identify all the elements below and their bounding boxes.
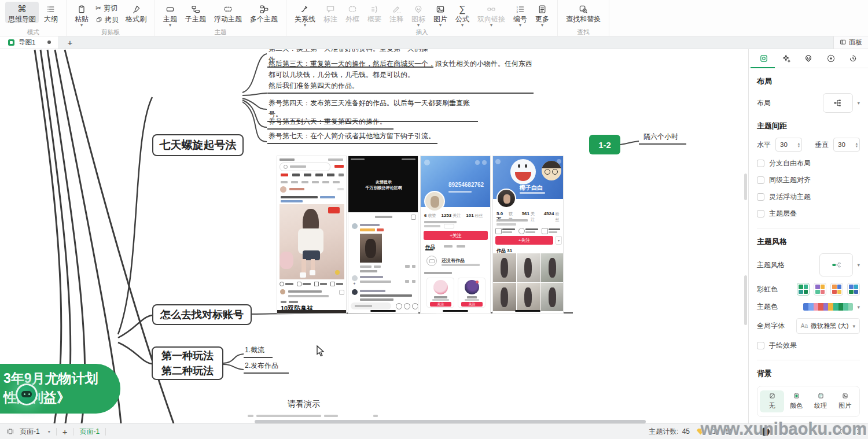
page-dropdown[interactable]: 页面-1▾ xyxy=(20,427,50,437)
card-follow-button[interactable]: 关注 xyxy=(461,302,483,307)
topic-day7[interactable]: 养号第七天：在个人简介或者其他地方留下钩子引流。 xyxy=(267,131,437,144)
toolbar-item-outline[interactable]: 大纲 xyxy=(41,2,61,23)
toolbar-item-relation[interactable]: 关系线▾ xyxy=(292,2,318,27)
multi-icon xyxy=(259,3,269,15)
follow-button[interactable]: +关注 xyxy=(495,236,553,245)
topic-find-benchmark-account[interactable]: 怎么去找对标账号 xyxy=(152,304,252,325)
card-follow-button[interactable]: 关注 xyxy=(430,302,451,307)
rainbow-palette-button[interactable] xyxy=(814,283,826,296)
vertical-spacing-stepper[interactable]: 30▴▾ xyxy=(833,138,860,152)
topic-intercept[interactable]: 1.截流 xyxy=(244,345,273,358)
suggested-user-card[interactable]: 关注 xyxy=(426,278,454,308)
bg-option-bgcolor[interactable]: 颜色 xyxy=(784,390,808,412)
theme-style-glyph-icon xyxy=(832,260,841,270)
topic-count-value: 45 xyxy=(682,427,690,436)
layout-checkbox-row[interactable]: 主题层叠 xyxy=(757,209,860,219)
topic-day3[interactable]: 然后第三天：重复第一天的操作，然后在商城买一个，跟女性相关的小物件。任何东西 都… xyxy=(267,58,534,94)
toolbar-item-multi[interactable]: 多个主题 xyxy=(247,2,281,23)
bg-option-bgimage[interactable]: 图片 xyxy=(833,390,857,412)
style-section-title: 主题风格 xyxy=(757,237,860,247)
page-manager-icon[interactable] xyxy=(7,428,14,435)
toolbar-item-floating[interactable]: 浮动主题 xyxy=(211,2,245,23)
handdrawn-checkbox-row[interactable]: 手绘效果 xyxy=(757,341,860,351)
layout-dropdown[interactable] xyxy=(823,93,853,113)
topic-interval[interactable]: 隔六个小时 xyxy=(639,131,686,145)
toolbar-group-label: 主题 xyxy=(160,28,281,36)
bg-option-label: 纹理 xyxy=(814,401,827,410)
add-page-button[interactable]: + xyxy=(62,427,68,437)
play-method-1: 第一种玩法 xyxy=(161,348,214,363)
svg-text:3: 3 xyxy=(517,10,518,13)
topic-1-2[interactable]: 1-2 xyxy=(589,135,620,154)
toolbar-item-mindmap[interactable]: ⌘思维导图 xyxy=(5,2,39,23)
bg-option-bgtexture[interactable]: 纹理 xyxy=(808,390,833,412)
tab-title: 导图1 xyxy=(19,38,35,47)
toolbar-item-note: 注释 xyxy=(387,2,406,23)
chevron-down-icon[interactable]: ▾ xyxy=(857,100,860,106)
spacing-section-title: 主题间距 xyxy=(757,121,860,131)
theme-style-label: 主题风格 xyxy=(757,260,785,270)
toolbar-item-findreplace[interactable]: 查找和替换 xyxy=(563,2,604,23)
bg-option-label: 颜色 xyxy=(790,401,803,410)
toolbar-item-label: 图标 xyxy=(411,15,425,23)
toolbar-item-copy[interactable]: 拷贝 xyxy=(94,15,120,24)
rainbow-palette-button[interactable] xyxy=(830,283,843,296)
layout-checkbox-row[interactable]: 同级主题对齐 xyxy=(757,175,860,185)
chevron-down-icon[interactable]: ▾ xyxy=(857,262,860,268)
toolbar-group: 主题▾子主题浮动主题多个主题主题 xyxy=(155,0,286,36)
screenshot-douyin-profile-empty[interactable]: 89254682762 6获赞1253关注101粉丝 +关注 作品 还没有作品 xyxy=(420,156,491,313)
new-tab-button[interactable]: + xyxy=(58,36,82,49)
ai-assistant-button[interactable] xyxy=(16,383,38,405)
vertical-scrollbar[interactable] xyxy=(744,275,747,325)
theme-color-strip[interactable] xyxy=(803,303,853,311)
tab-style-card-icon[interactable] xyxy=(757,52,770,65)
checkbox xyxy=(757,176,764,184)
screenshot-video-comments[interactable]: 友情提示 千万别模仿评论区啊 + xyxy=(348,156,418,313)
follow-more-button[interactable]: ▾ xyxy=(556,236,562,245)
chevron-down-icon[interactable]: ▾ xyxy=(857,304,860,310)
tab-badge-icon[interactable] xyxy=(825,52,837,65)
toolbar-item-brush[interactable]: 格式刷 xyxy=(123,2,149,23)
panel-toggle-button[interactable]: 面板 xyxy=(833,36,868,49)
expand-icon xyxy=(411,215,416,220)
global-font-dropdown[interactable]: Aa 微软雅黑 (大) ▾ xyxy=(796,318,860,334)
toolbar-item-subtopic[interactable]: 子主题 xyxy=(182,2,209,23)
collect-icon xyxy=(339,290,344,295)
play-method-2: 第二种玩法 xyxy=(161,363,214,378)
page-tab-active[interactable]: 页面-1 xyxy=(79,427,100,437)
mindmap-canvas[interactable]: 七天螺旋起号法 第二天：换上第一天准备好的资料。重复第一天的操作。 然后第三天：… xyxy=(0,49,748,424)
layout-checkbox-row[interactable]: 灵活浮动主题 xyxy=(757,192,860,202)
topic-publish-works[interactable]: 2.发布作品 xyxy=(244,360,289,374)
background-options: 无颜色纹理图片 xyxy=(757,386,860,417)
toolbar-item-more[interactable]: 更多▾ xyxy=(532,2,552,27)
toolbar-item-topic[interactable]: 主题▾ xyxy=(160,2,180,27)
profile-avatar xyxy=(496,189,516,208)
toolbar-item-label: 概要 xyxy=(367,15,381,23)
tab-map1[interactable]: 导图1 xyxy=(0,36,58,49)
topic-seven-day-method[interactable]: 七天螺旋起号法 xyxy=(152,134,244,156)
toolbar-item-image[interactable]: 图片▾ xyxy=(431,2,450,27)
tab-ai-sparkle-icon[interactable] xyxy=(780,52,793,65)
layout-checkbox-row[interactable]: 分支自由布局 xyxy=(757,158,860,168)
theme-style-dropdown[interactable] xyxy=(819,253,853,276)
topic-day5-6[interactable]: 养号第五到六天：重复第四天的操作。 xyxy=(267,116,393,130)
toolbar-item-label: 剪切 xyxy=(104,4,117,12)
toolbar-item-cut[interactable]: ✂剪切 xyxy=(94,3,120,13)
rainbow-palette-button[interactable] xyxy=(847,283,860,296)
toolbar-item-number[interactable]: 123编号▾ xyxy=(510,2,530,27)
bg-option-bgnone[interactable]: 无 xyxy=(760,390,784,412)
toolbar-item-label: 大纲 xyxy=(44,15,58,23)
toolbar-item-formula[interactable]: ∑公式▾ xyxy=(453,2,472,27)
topic-demo[interactable]: 请看演示 xyxy=(288,399,320,410)
rainbow-palette-button[interactable] xyxy=(797,283,810,296)
suggested-user-card[interactable]: 关注 xyxy=(458,278,486,308)
horizontal-spacing-stepper[interactable]: 30▴▾ xyxy=(775,138,802,152)
vertical-scrollbar[interactable] xyxy=(744,174,747,200)
topic-play-methods[interactable]: 第一种玩法 第二种玩法 xyxy=(152,346,223,380)
follow-button[interactable]: +关注 xyxy=(424,231,488,240)
tab-sticker-icon[interactable] xyxy=(802,52,815,65)
toolbar-item-paste[interactable]: 粘贴▾ xyxy=(72,2,91,27)
tab-history-icon[interactable] xyxy=(847,52,859,65)
screenshot-douyin-profile-works[interactable]: 椰子白白 5.0万获赞561关注4524粉丝 +关注 ▾ 作品 31 xyxy=(492,156,564,313)
screenshot-xiaohongshu-feed[interactable]: 10双防臭袜 xyxy=(277,156,347,313)
